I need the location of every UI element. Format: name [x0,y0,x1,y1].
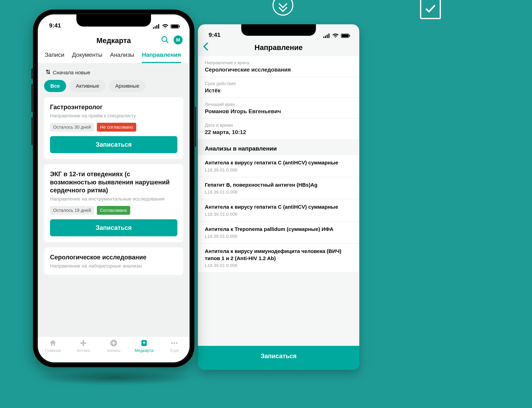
info-label: Лечащий врач [205,102,352,107]
status-badge: Не согласовано [97,123,136,132]
status-time: 9:41 [209,31,220,38]
nav-more[interactable]: Ещё [160,339,188,353]
nav-label: Главная [45,348,61,353]
analysis-code: L18.39.01.0.006 [205,234,352,239]
nav-appointment[interactable]: Запись [100,339,127,353]
svg-point-20 [176,342,177,344]
status-time: 9:41 [49,22,61,29]
chip-all[interactable]: Все [44,80,66,92]
detail-info-section: Направление к врачуСерологические исслед… [198,56,359,139]
info-label: Направление к врачу [205,60,352,66]
nav-medcard[interactable]: Медкарта [130,339,158,353]
analysis-title: Гепатит B, поверхностный антиген (HBs)Ag [205,181,352,188]
medcard-icon [140,339,148,347]
chip-archived[interactable]: Архивные [109,80,146,92]
tab-analyses[interactable]: Анализы [110,50,134,63]
svg-point-19 [174,342,175,344]
info-row: Срок действияИстёк [198,77,359,98]
enroll-button[interactable]: Записаться [198,346,359,370]
status-icons [323,33,350,38]
analysis-code: L18.39.01.0.006 [205,167,352,173]
nav-home[interactable]: Главная [39,339,67,353]
info-value: Серологические исследования [205,67,352,73]
svg-point-18 [171,342,173,344]
home-icon [49,339,57,347]
svg-rect-3 [328,34,329,38]
notch [241,24,316,36]
analysis-item[interactable]: Гепатит B, поверхностный антиген (HBs)Ag… [198,177,359,199]
bottom-nav: Главная Аптека Запись Медкарта Ещё [38,336,190,362]
analyses-heading: Анализы в направлении [198,144,359,155]
detail-title: Направление [254,43,303,52]
analysis-title: Антитела к вирусу гепатита C (antiHCV) с… [205,159,352,166]
info-row: Дата и время22 марта, 10:12 [198,119,359,139]
info-value: Романов Игорь Евгеньевич [205,108,352,115]
filter-chips: Все Активные Архивные [44,80,183,97]
enroll-button[interactable]: Записаться [50,219,177,236]
analysis-item[interactable]: Антитела к Treponema pallidum (суммарные… [198,221,359,244]
deco-check-icon [420,0,441,19]
analysis-item[interactable]: Антитела к вирусу гепатита C (antiHCV) с… [198,199,359,221]
svg-rect-2 [327,34,328,38]
svg-rect-6 [349,35,350,37]
list-body[interactable]: Сначала новые Все Активные Архивные Гаст… [38,63,190,275]
chip-active[interactable]: Активные [70,80,106,92]
nav-label: Запись [107,348,121,353]
svg-rect-12 [171,25,178,28]
power-button [194,107,196,147]
page-title: Медкарта [96,36,131,45]
card-subtitle: Направление на инструментальные исследов… [50,196,177,202]
deco-scroll-icon [272,0,293,16]
sort-icon [46,69,50,76]
card-title: Гастроэнтеролог [50,103,177,111]
nav-label: Медкарта [135,348,153,353]
svg-rect-13 [179,26,180,27]
info-label: Срок действия [205,81,352,86]
search-icon[interactable] [161,35,169,44]
nav-label: Аптека [76,348,90,353]
svg-rect-5 [342,34,349,37]
back-button[interactable] [203,42,208,51]
sort-toggle[interactable]: Сначала новые [44,68,183,80]
avatar[interactable]: M [174,35,183,44]
analysis-title: Антитела к вирусу гепатита C (antiHCV) с… [205,204,352,211]
mute-switch [31,68,34,79]
referral-card[interactable]: ЭКГ в 12-ти отведениях (с возможностью в… [44,164,183,242]
volume-up-button [31,84,34,112]
info-value: Истёк [205,87,352,94]
tab-records[interactable]: Записи [45,50,64,63]
svg-rect-9 [156,25,157,29]
referral-card[interactable]: Гастроэнтеролог Направление на приём к с… [44,97,183,159]
card-subtitle: Направление на лабораторные анализы [50,263,177,269]
analysis-code: L18.39.01.0.006 [205,263,352,268]
phone-list: 9:41 Медкарта M [33,9,194,367]
status-icons [153,24,180,29]
plus-icon [79,339,87,347]
analysis-title: Антитела к вирусу иммунодефицита человек… [205,248,352,262]
days-badge: Осталось 30 дней [50,123,94,132]
list-header: Медкарта M Записи Документы Анализы Напр… [38,31,190,63]
tab-documents[interactable]: Документы [72,50,102,63]
svg-line-15 [166,41,168,43]
analysis-item[interactable]: Антитела к вирусу иммунодефицита человек… [198,244,359,273]
card-title: ЭКГ в 12-ти отведениях (с возможностью в… [50,170,177,195]
nav-label: Ещё [170,348,179,353]
sort-label: Сначала новые [53,70,90,76]
nav-pharmacy[interactable]: Аптека [69,339,97,353]
analysis-item[interactable]: Антитела к вирусу гепатита C (antiHCV) с… [198,155,359,177]
add-circle-icon [110,339,118,347]
info-row: Направление к врачуСерологические исслед… [198,56,359,77]
enroll-button[interactable]: Записаться [50,136,177,153]
more-icon [170,339,178,347]
phone-shadow [36,370,193,385]
info-value: 22 марта, 10:12 [205,129,352,136]
notch [76,14,151,26]
referral-card[interactable]: Серологическое исследование Направление … [44,247,183,275]
tabs: Записи Документы Анализы Направления [45,50,183,63]
tab-referrals[interactable]: Направления [142,50,181,63]
card-title: Серологическое исследование [50,253,177,262]
info-label: Дата и время [205,123,352,128]
analyses-list: Антитела к вирусу гепатита C (antiHCV) с… [198,155,359,273]
svg-rect-7 [153,27,154,29]
status-badge: Согласовано [97,206,130,215]
